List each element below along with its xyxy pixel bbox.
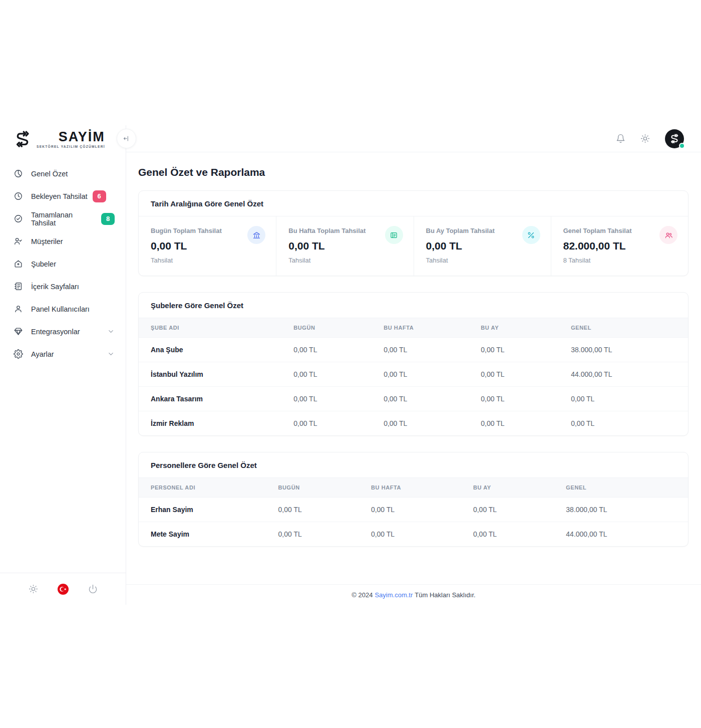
column-header: BUGÜN bbox=[281, 318, 372, 338]
sidebar-item-ayarlar[interactable]: Ayarlar bbox=[6, 343, 120, 365]
column-header: BU HAFTA bbox=[372, 318, 469, 338]
chevron-down-icon bbox=[107, 350, 115, 358]
sidebar-item-musteriler[interactable]: Müşteriler bbox=[6, 230, 120, 253]
stat-month-total: Bu Ay Toplam Tahsilat 0,00 TL Tahsilat bbox=[414, 216, 551, 276]
brand-name: SAYİM bbox=[59, 130, 105, 144]
sidebar-item-icerik-sayfalari[interactable]: İçerik Sayfaları bbox=[6, 275, 120, 298]
sidebar-item-label: Panel Kullanıcıları bbox=[31, 305, 90, 313]
user-icon bbox=[14, 304, 23, 314]
stat-sub: 8 Tahsilat bbox=[563, 257, 676, 264]
chevron-down-icon bbox=[107, 328, 115, 335]
stat-value: 0,00 TL bbox=[151, 240, 264, 252]
stat-label: Bu Ay Toplam Tahsilat bbox=[426, 227, 539, 234]
user-avatar[interactable] bbox=[665, 129, 684, 148]
percent-icon bbox=[527, 231, 535, 239]
cell-value: 0,00 TL bbox=[559, 411, 688, 436]
table-header-row: ŞUBE ADI BUGÜN BU HAFTA BU AY GENEL bbox=[139, 318, 688, 338]
cell-value: 0,00 TL bbox=[281, 387, 372, 411]
cell-value: 0,00 TL bbox=[372, 362, 469, 387]
sidebar-item-panel-kullanicilari[interactable]: Panel Kullanıcıları bbox=[6, 298, 120, 320]
cell-value: 0,00 TL bbox=[461, 522, 554, 547]
sayim-logo-icon bbox=[669, 133, 680, 144]
branch-name: Ankara Tasarım bbox=[139, 387, 281, 411]
copyright-footer: © 2024 Sayim.com.tr Tüm Hakları Saklıdır… bbox=[126, 584, 701, 605]
sidebar-item-bekleyen-tahsilat[interactable]: Bekleyen Tahsilat 6 bbox=[6, 185, 120, 207]
sayim-logo-icon bbox=[13, 130, 32, 149]
sidebar-item-label: Müşteriler bbox=[31, 237, 63, 246]
sidebar-footer bbox=[0, 573, 126, 605]
table-row: Ankara Tasarım 0,00 TL 0,00 TL 0,00 TL 0… bbox=[139, 387, 688, 411]
table-row: Mete Sayim 0,00 TL 0,00 TL 0,00 TL 44.00… bbox=[139, 522, 688, 547]
pending-count-badge: 6 bbox=[93, 190, 106, 202]
sidebar-item-label: Entegrasyonlar bbox=[31, 328, 80, 336]
cell-value: 0,00 TL bbox=[359, 522, 461, 547]
cell-value: 0,00 TL bbox=[372, 387, 469, 411]
branches-summary-card: Şubelere Göre Genel Özet ŞUBE ADI BUGÜN … bbox=[138, 292, 688, 436]
personnel-summary-card: Personellere Göre Genel Özet PERSONEL AD… bbox=[138, 452, 688, 547]
personnel-table: PERSONEL ADI BUGÜN BU HAFTA BU AY GENEL … bbox=[139, 477, 688, 546]
personnel-name: Mete Sayim bbox=[139, 522, 266, 547]
stat-value: 82.000,00 TL bbox=[563, 240, 676, 252]
table-row: İstanbul Yazılım 0,00 TL 0,00 TL 0,00 TL… bbox=[139, 362, 688, 387]
brand-logo[interactable]: SAYİM SEKTÖREL YAZILIM ÇÖZÜMLERİ bbox=[0, 125, 126, 153]
sidebar-item-genel-ozet[interactable]: Genel Özet bbox=[6, 162, 120, 185]
collapse-left-icon bbox=[123, 135, 130, 142]
turkish-flag-icon[interactable] bbox=[57, 583, 69, 595]
sidebar-item-label: Tamamlanan Tahsilat bbox=[31, 211, 96, 227]
stat-sub: Tahsilat bbox=[288, 257, 401, 264]
stat-sub: Tahsilat bbox=[426, 257, 539, 264]
sidebar-item-label: Genel Özet bbox=[31, 170, 68, 178]
stat-value: 0,00 TL bbox=[288, 240, 401, 252]
sidebar-item-tamamlanan-tahsilat[interactable]: Tamamlanan Tahsilat 8 bbox=[6, 207, 120, 230]
cell-value: 44.000,00 TL bbox=[559, 362, 688, 387]
date-range-summary-card: Tarih Aralığına Göre Genel Özet Bugün To… bbox=[138, 190, 688, 276]
column-header: BUGÜN bbox=[266, 478, 359, 498]
sayim-link[interactable]: Sayim.com.tr bbox=[375, 591, 413, 599]
card-title: Personellere Göre Genel Özet bbox=[139, 452, 688, 477]
sidebar-collapse-button[interactable] bbox=[117, 129, 136, 148]
clock-icon bbox=[14, 191, 23, 201]
personnel-name: Erhan Sayim bbox=[139, 498, 266, 522]
gear-icon bbox=[14, 349, 23, 359]
pie-chart-icon bbox=[14, 169, 23, 178]
stat-value: 0,00 TL bbox=[426, 240, 539, 252]
cell-value: 0,00 TL bbox=[559, 387, 688, 411]
cell-value: 0,00 TL bbox=[469, 338, 559, 362]
table-header-row: PERSONEL ADI BUGÜN BU HAFTA BU AY GENEL bbox=[139, 478, 688, 498]
power-icon[interactable] bbox=[88, 584, 98, 594]
stat-sub: Tahsilat bbox=[151, 257, 264, 264]
cell-value: 0,00 TL bbox=[266, 498, 359, 522]
card-title: Tarih Aralığına Göre Genel Özet bbox=[139, 191, 688, 216]
cell-value: 0,00 TL bbox=[461, 498, 554, 522]
branch-name: Ana Şube bbox=[139, 338, 281, 362]
branch-name: İstanbul Yazılım bbox=[139, 362, 281, 387]
cell-value: 0,00 TL bbox=[469, 411, 559, 436]
cell-value: 0,00 TL bbox=[372, 338, 469, 362]
diamond-icon bbox=[14, 327, 23, 336]
cell-value: 0,00 TL bbox=[469, 387, 559, 411]
sidebar-item-subeler[interactable]: Şubeler bbox=[6, 253, 120, 275]
column-header: GENEL bbox=[559, 318, 688, 338]
sidebar-nav: Genel Özet Bekleyen Tahsilat 6 Tamamlana… bbox=[0, 153, 126, 573]
online-status-dot bbox=[679, 143, 685, 149]
sun-icon[interactable] bbox=[640, 134, 650, 143]
cell-value: 0,00 TL bbox=[469, 362, 559, 387]
sidebar: SAYİM SEKTÖREL YAZILIM ÇÖZÜMLERİ Genel Ö… bbox=[0, 125, 126, 605]
sidebar-item-label: Ayarlar bbox=[31, 350, 54, 358]
branches-table: ŞUBE ADI BUGÜN BU HAFTA BU AY GENEL Ana … bbox=[139, 318, 688, 435]
store-icon bbox=[14, 259, 23, 269]
sidebar-item-label: Bekleyen Tahsilat bbox=[31, 192, 88, 200]
copyright-prefix: © 2024 bbox=[352, 591, 373, 599]
column-header: ŞUBE ADI bbox=[139, 318, 281, 338]
cell-value: 38.000,00 TL bbox=[554, 498, 688, 522]
page-content: Genel Özet ve Raporlama Tarih Aralığına … bbox=[126, 152, 701, 584]
brand-tagline: SEKTÖREL YAZILIM ÇÖZÜMLERİ bbox=[37, 145, 105, 148]
cell-value: 0,00 TL bbox=[281, 338, 372, 362]
sun-icon[interactable] bbox=[29, 584, 38, 594]
bell-icon[interactable] bbox=[616, 134, 625, 143]
sidebar-item-entegrasyonlar[interactable]: Entegrasyonlar bbox=[6, 320, 120, 343]
stat-label: Bu Hafta Toplam Tahsilat bbox=[288, 227, 401, 234]
stat-grand-total: Genel Toplam Tahsilat 82.000,00 TL 8 Tah… bbox=[551, 216, 688, 276]
cell-value: 44.000,00 TL bbox=[554, 522, 688, 547]
cell-value: 38.000,00 TL bbox=[559, 338, 688, 362]
